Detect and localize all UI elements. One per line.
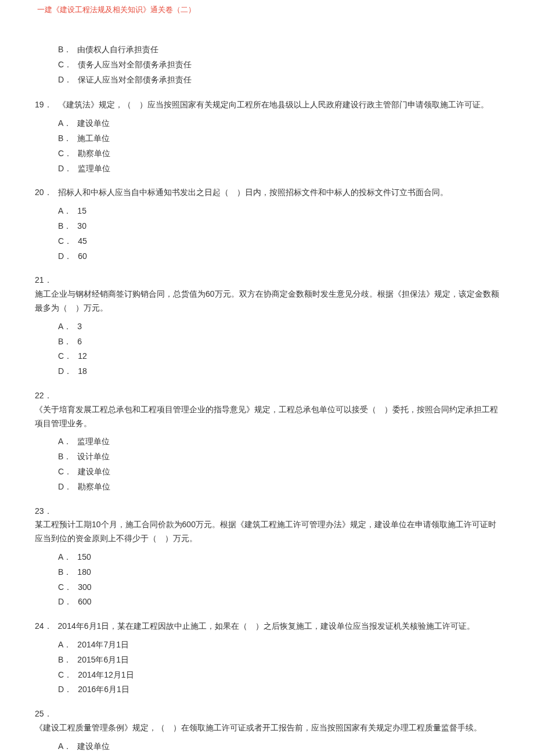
option-text: 12 bbox=[78, 350, 87, 363]
options-list: A．2014年7月1日B．2015年6月1日C．2014年12月1日D．2016… bbox=[58, 638, 499, 697]
question-number: 22． bbox=[35, 389, 499, 403]
option-row: B．6 bbox=[58, 335, 499, 349]
question-block: 23．某工程预计工期10个月，施工合同价款为600万元。根据《建筑工程施工许可管… bbox=[35, 505, 499, 610]
option-text: 45 bbox=[78, 235, 87, 249]
option-text: 由债权人自行承担责任 bbox=[77, 43, 158, 57]
option-label: A． bbox=[58, 204, 71, 218]
option-row: C．12 bbox=[58, 350, 499, 363]
option-row: C．2014年12月1日 bbox=[58, 668, 499, 682]
option-text: 3 bbox=[77, 320, 82, 334]
question-number: 20． bbox=[35, 186, 52, 200]
question-block: 22．《关于培育发展工程总承包和工程项目管理企业的指导意见》规定，工程总承包单位… bbox=[35, 389, 499, 494]
option-text: 30 bbox=[77, 219, 86, 233]
option-row: A．150 bbox=[58, 550, 499, 564]
question-number: 24． bbox=[35, 620, 52, 633]
option-text: 设计单位 bbox=[77, 450, 110, 464]
question-number: 21． bbox=[35, 273, 499, 287]
option-text: 6 bbox=[77, 335, 82, 349]
option-text: 建设单位 bbox=[78, 465, 110, 479]
option-text: 债务人应当对全部债务承担责任 bbox=[78, 58, 192, 72]
option-label: A． bbox=[58, 117, 71, 131]
option-label: D． bbox=[58, 162, 72, 176]
option-label: C． bbox=[58, 465, 72, 479]
questions-container: 19．《建筑法》规定，（ ）应当按照国家有关规定向工程所在地县级以上人民政府建设… bbox=[35, 98, 499, 756]
option-row: B．施工单位 bbox=[58, 132, 499, 146]
option-label: A． bbox=[58, 740, 71, 754]
option-label: B． bbox=[58, 43, 71, 57]
option-row: B．由债权人自行承担责任 bbox=[58, 43, 499, 57]
option-row: C．45 bbox=[58, 235, 499, 249]
option-label: A． bbox=[58, 320, 71, 334]
question-block: 20．招标人和中标人应当自中标通知书发出之日起（ ）日内，按照招标文件和中标人的… bbox=[35, 186, 499, 263]
option-row: D．保证人应当对全部债务承担责任 bbox=[58, 73, 499, 87]
option-text: 保证人应当对全部债务承担责任 bbox=[78, 73, 192, 87]
option-row: C．300 bbox=[58, 581, 499, 595]
options-list: A．15B．30C．45D．60 bbox=[58, 204, 499, 263]
option-label: C． bbox=[58, 581, 72, 595]
option-label: D． bbox=[58, 683, 72, 697]
option-row: A．监理单位 bbox=[58, 435, 499, 449]
option-row: C．债务人应当对全部债务承担责任 bbox=[58, 58, 499, 72]
question-block: 19．《建筑法》规定，（ ）应当按照国家有关规定向工程所在地县级以上人民政府建设… bbox=[35, 98, 499, 175]
option-text: 300 bbox=[78, 581, 91, 595]
option-row: D．监理单位 bbox=[58, 162, 499, 176]
option-text: 150 bbox=[77, 550, 91, 564]
option-text: 15 bbox=[77, 204, 86, 218]
orphan-options-from-prev-page: B．由债权人自行承担责任C．债务人应当对全部债务承担责任D．保证人应当对全部债务… bbox=[58, 43, 499, 87]
option-row: A．2014年7月1日 bbox=[58, 638, 499, 652]
option-label: B． bbox=[58, 335, 71, 349]
question-number: 19． bbox=[35, 98, 52, 112]
option-label: A． bbox=[58, 638, 71, 652]
question-block: 25．《建设工程质量管理条例》规定，（ ）在领取施工许可证或者开工报告前，应当按… bbox=[35, 707, 499, 756]
question-number: 23． bbox=[35, 505, 499, 519]
document-header: 一建《建设工程法规及相关知识》通关卷（二） bbox=[0, 0, 534, 20]
option-label: C． bbox=[58, 668, 72, 682]
option-text: 勘察单位 bbox=[78, 480, 110, 494]
option-label: A． bbox=[58, 435, 71, 449]
option-label: D． bbox=[58, 73, 72, 87]
question-stem: 《建设工程质量管理条例》规定，（ ）在领取施工许可证或者开工报告前，应当按照国家… bbox=[35, 721, 499, 735]
option-row: A．3 bbox=[58, 320, 499, 334]
question-line: 20．招标人和中标人应当自中标通知书发出之日起（ ）日内，按照招标文件和中标人的… bbox=[35, 186, 499, 200]
option-row: D．2016年6月1日 bbox=[58, 683, 499, 697]
option-row: B．2015年6月1日 bbox=[58, 653, 499, 667]
option-label: C． bbox=[58, 235, 72, 249]
question-number: 25． bbox=[35, 707, 499, 721]
option-label: B． bbox=[58, 653, 71, 667]
options-list: A．3B．6C．12D．18 bbox=[58, 320, 499, 379]
option-row: B．180 bbox=[58, 566, 499, 579]
option-label: C． bbox=[58, 58, 72, 72]
option-text: 2016年6月1日 bbox=[78, 683, 129, 697]
option-row: C．勘察单位 bbox=[58, 147, 499, 161]
option-row: A．建设单位 bbox=[58, 117, 499, 131]
options-list: A．监理单位B．设计单位C．建设单位D．勘察单位 bbox=[58, 435, 499, 494]
option-row: D．18 bbox=[58, 365, 499, 379]
option-label: D． bbox=[58, 480, 72, 494]
option-label: B． bbox=[58, 450, 71, 464]
question-stem: 施工企业与钢材经销商签订购销合同，总货值为60万元。双方在协商定金数额时发生意见… bbox=[35, 287, 499, 315]
question-stem: 招标人和中标人应当自中标通知书发出之日起（ ）日内，按照招标文件和中标人的投标文… bbox=[58, 186, 448, 200]
option-text: 2014年7月1日 bbox=[77, 638, 129, 652]
option-label: D． bbox=[58, 250, 72, 264]
option-row: C．建设单位 bbox=[58, 465, 499, 479]
option-row: D．60 bbox=[58, 250, 499, 264]
option-label: C． bbox=[58, 147, 72, 161]
question-block: 24．2014年6月1日，某在建工程因故中止施工，如果在（ ）之后恢复施工，建设… bbox=[35, 620, 499, 697]
question-block: 21．施工企业与钢材经销商签订购销合同，总货值为60万元。双方在协商定金数额时发… bbox=[35, 273, 499, 379]
option-text: 180 bbox=[77, 566, 91, 579]
options-list: A．150B．180C．300D．600 bbox=[58, 550, 499, 609]
option-row: A．15 bbox=[58, 204, 499, 218]
option-label: B． bbox=[58, 132, 71, 146]
option-label: A． bbox=[58, 550, 71, 564]
question-stem: 《关于培育发展工程总承包和工程项目管理企业的指导意见》规定，工程总承包单位可以接… bbox=[35, 403, 499, 431]
option-row: D．600 bbox=[58, 595, 499, 609]
option-row: A．建设单位 bbox=[58, 740, 499, 754]
option-text: 监理单位 bbox=[77, 435, 110, 449]
option-text: 18 bbox=[78, 365, 87, 379]
question-stem: 某工程预计工期10个月，施工合同价款为600万元。根据《建筑工程施工许可管理办法… bbox=[35, 518, 499, 546]
option-label: D． bbox=[58, 365, 72, 379]
options-list: A．建设单位B．施工单位C．监理单位D．设计单位 bbox=[58, 740, 499, 756]
option-text: 2015年6月1日 bbox=[77, 653, 129, 667]
question-stem: 2014年6月1日，某在建工程因故中止施工，如果在（ ）之后恢复施工，建设单位应… bbox=[58, 620, 475, 633]
option-label: D． bbox=[58, 595, 72, 609]
